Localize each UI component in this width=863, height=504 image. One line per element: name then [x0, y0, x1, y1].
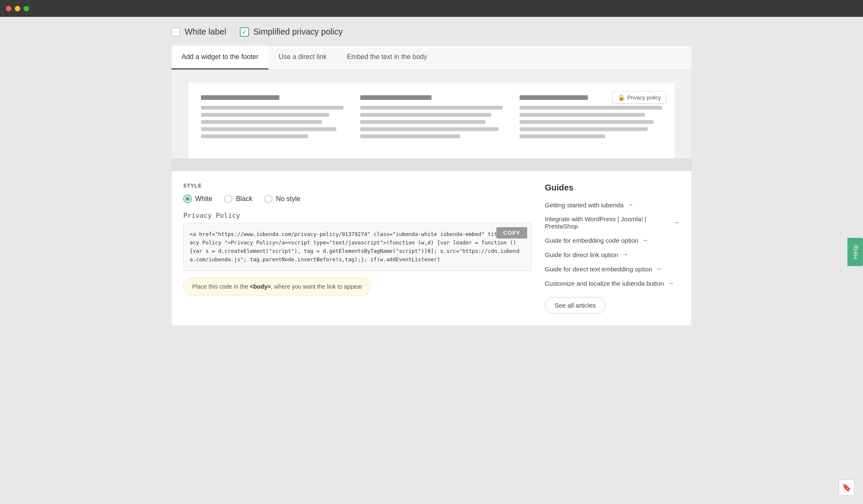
simplified-privacy-checkbox[interactable] [240, 27, 249, 37]
tab-bar: Add a widget to the footer Use a direct … [172, 46, 691, 70]
bookmark-icon: 🔖 [842, 483, 851, 492]
preview-columns: 🔒 Privacy policy [201, 95, 662, 142]
left-panel: STYLE White Black No style [183, 183, 531, 314]
main-content: White label Simplified privacy policy Ad… [158, 17, 705, 339]
notice-tag: <body> [250, 283, 271, 290]
top-options: White label Simplified privacy policy [171, 27, 692, 37]
tab-direct-link[interactable]: Use a direct link [268, 46, 337, 70]
guide-link-1[interactable]: Integrate with WordPress | Joomla! | Pre… [545, 215, 680, 230]
help-button[interactable]: Help [847, 238, 863, 266]
preview-area: 🔒 Privacy policy [172, 70, 691, 171]
guide-link-0-text: Getting started with iubenda [545, 201, 624, 209]
guide-link-3-text: Guide for direct link option [545, 251, 618, 258]
white-label-checkbox[interactable] [171, 27, 180, 37]
radio-no-style-label: No style [276, 195, 300, 203]
preview-footer-bar [172, 158, 691, 171]
preview-inner: 🔒 Privacy policy [188, 83, 675, 158]
arrow-icon-4: → [655, 265, 662, 273]
maximize-btn[interactable] [24, 6, 29, 11]
code-box[interactable]: <a href="https://www.iubenda.com/privacy… [183, 223, 531, 271]
tab-embed[interactable]: Embed the text in the body [337, 46, 437, 70]
guides-title: Guides [545, 183, 680, 193]
see-all-button[interactable]: See all articles [545, 297, 606, 314]
guide-link-2[interactable]: Guide for embedding code option → [545, 236, 680, 244]
radio-black-circle[interactable] [224, 195, 233, 203]
radio-black[interactable]: Black [224, 195, 252, 203]
preview-col-1 [201, 95, 343, 142]
white-label-option[interactable]: White label [171, 27, 226, 37]
copy-button[interactable]: COPY [496, 227, 527, 239]
arrow-icon-3: → [622, 251, 628, 258]
privacy-badge-text: Privacy policy [627, 94, 661, 101]
style-options: White Black No style [183, 195, 531, 203]
style-section-label: STYLE [183, 183, 531, 189]
content-section: STYLE White Black No style [172, 171, 691, 325]
simplified-privacy-text: Simplified privacy policy [253, 27, 343, 37]
radio-black-label: Black [236, 195, 252, 203]
radio-white-circle[interactable] [183, 195, 192, 203]
white-label-text: White label [185, 27, 226, 37]
arrow-icon-1: → [673, 219, 680, 226]
main-card: Add a widget to the footer Use a direct … [171, 45, 692, 326]
code-box-wrapper: COPY <a href="https://www.iubenda.com/pr… [183, 223, 531, 271]
arrow-icon-5: → [667, 279, 674, 287]
radio-white-label: White [195, 195, 212, 203]
right-panel: Guides Getting started with iubenda → In… [545, 183, 680, 314]
lock-icon: 🔒 [618, 94, 625, 101]
arrow-icon-2: → [642, 236, 649, 244]
guide-link-5[interactable]: Customize and localize the iubenda butto… [545, 279, 680, 287]
bookmark-button[interactable]: 🔖 [839, 480, 855, 496]
minimize-btn[interactable] [15, 6, 20, 11]
radio-white[interactable]: White [183, 195, 212, 203]
radio-no-style[interactable]: No style [264, 195, 300, 203]
preview-col-2 [360, 95, 503, 142]
privacy-badge[interactable]: 🔒 Privacy policy [612, 91, 666, 104]
notice-text-before: Place this code in the [192, 283, 250, 290]
notice-text-after: , where you want the link to appear [271, 283, 362, 290]
guide-link-5-text: Customize and localize the iubenda butto… [545, 280, 664, 287]
guide-link-4[interactable]: Guide for direct text embedding option → [545, 265, 680, 273]
titlebar [0, 0, 863, 17]
code-section-title: Privacy Policy [183, 212, 531, 220]
arrow-icon-0: → [627, 201, 634, 209]
guide-link-0[interactable]: Getting started with iubenda → [545, 201, 680, 209]
notice-box: Place this code in the <body>, where you… [183, 278, 371, 295]
guide-link-4-text: Guide for direct text embedding option [545, 265, 652, 273]
radio-no-style-circle[interactable] [264, 195, 273, 203]
tab-footer[interactable]: Add a widget to the footer [172, 46, 268, 70]
simplified-privacy-option[interactable]: Simplified privacy policy [240, 27, 343, 37]
close-btn[interactable] [6, 6, 11, 11]
guide-link-1-text: Integrate with WordPress | Joomla! | Pre… [545, 215, 670, 230]
guide-link-3[interactable]: Guide for direct link option → [545, 251, 680, 258]
guide-link-2-text: Guide for embedding code option [545, 237, 638, 244]
